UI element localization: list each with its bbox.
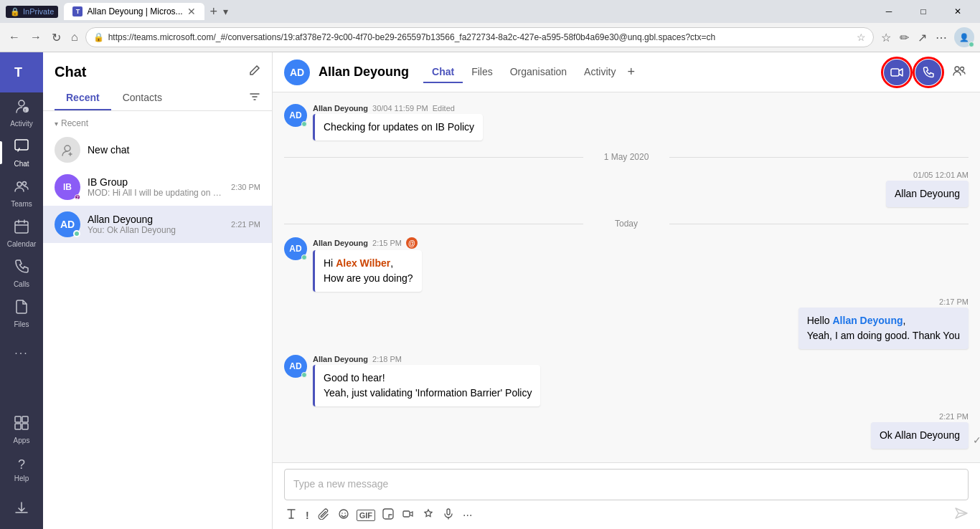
like-button[interactable]: [421, 507, 435, 524]
msg-time-2-18: 2:18 PM: [372, 355, 402, 363]
priority-button[interactable]: !: [304, 508, 311, 523]
sidebar-item-help[interactable]: ? Help: [0, 449, 43, 490]
sidebar-item-calls[interactable]: Calls: [0, 253, 43, 293]
ib-group-name: IB Group: [88, 176, 224, 188]
svg-point-22: [341, 513, 343, 514]
pen-icon[interactable]: ✏: [897, 28, 912, 47]
teams-logo: T: [0, 52, 43, 92]
sidebar-item-files[interactable]: Files: [0, 293, 43, 333]
tab-contacts[interactable]: Contacts: [111, 86, 174, 110]
date-divider-today: Today: [284, 213, 969, 234]
svg-text:T: T: [14, 65, 22, 80]
chat-sidebar: Chat Recent Contacts ▾ Recent: [43, 52, 273, 529]
message-bubble-mention: Hi Alex Wilber,How are you doing?: [313, 250, 422, 292]
home-button[interactable]: ⌂: [68, 28, 81, 47]
forward-button[interactable]: →: [27, 28, 44, 47]
refresh-button[interactable]: ↻: [49, 28, 64, 47]
calendar-icon: [14, 219, 29, 238]
header-tab-chat[interactable]: Chat: [423, 62, 463, 83]
messages-area: AD Allan Deyoung 30/04 11:59 PM Edited C…: [273, 92, 980, 462]
sticker-button[interactable]: [381, 507, 395, 524]
header-tab-files[interactable]: Files: [463, 62, 501, 83]
maximize-button[interactable]: □: [907, 0, 940, 23]
ib-group-item[interactable]: IB 2 IB Group MOD: Hi All I will be upda…: [43, 168, 272, 206]
sidebar-item-download[interactable]: [0, 490, 43, 529]
header-tab-activity[interactable]: Activity: [575, 62, 624, 83]
sidebar-item-apps[interactable]: Apps: [0, 409, 43, 449]
new-chat-item[interactable]: New chat: [43, 131, 272, 168]
browser-chrome: 🔒 InPrivate T Allan Deyoung | Micros... …: [0, 0, 980, 52]
video-call-button[interactable]: [884, 59, 910, 85]
participant-settings-button[interactable]: [950, 61, 969, 83]
input-placeholder: Type a new message: [293, 478, 388, 490]
download-icon: [14, 500, 29, 520]
msg-status-dot-2: [301, 372, 307, 378]
chat-label: Chat: [14, 160, 29, 168]
svg-rect-11: [15, 416, 21, 422]
outgoing-bubble: Allan Deyoung: [886, 181, 969, 207]
date-divider-1may: 1 May 2020: [284, 146, 969, 168]
message-input-box[interactable]: Type a new message: [284, 469, 969, 500]
address-bar[interactable]: 🔒 https://teams.microsoft.com/_#/convers…: [85, 27, 874, 47]
format-button[interactable]: [284, 507, 298, 524]
message-bubble: Checking for updates on IB Policy: [313, 114, 483, 140]
attach-button[interactable]: [316, 507, 331, 524]
edit-chat-button[interactable]: [248, 65, 260, 80]
nav-bottom: Apps ? Help: [0, 409, 43, 529]
message-sender: Allan Deyoung: [313, 104, 368, 113]
message-bubble-2-18: Good to hear!Yeah, just validating 'Info…: [313, 365, 540, 406]
back-button[interactable]: ←: [6, 28, 23, 47]
collection-icon[interactable]: ☆: [878, 28, 894, 47]
sidebar-item-calendar[interactable]: Calendar: [0, 213, 43, 253]
share-icon[interactable]: ↗: [915, 28, 930, 47]
lock-icon: 🔒: [93, 32, 104, 42]
new-tab-button[interactable]: +: [210, 4, 218, 19]
browser-tab[interactable]: T Allan Deyoung | Micros... ✕: [64, 3, 204, 20]
sidebar-item-more[interactable]: ···: [0, 333, 43, 373]
header-tab-organisation[interactable]: Organisation: [501, 62, 575, 83]
audio-button[interactable]: [441, 507, 456, 524]
tab-title: Allan Deyoung | Micros...: [87, 6, 182, 16]
sidebar-item-activity[interactable]: ! Activity: [0, 92, 43, 133]
svg-rect-26: [447, 509, 450, 515]
recent-section-label: ▾ Recent: [43, 111, 272, 131]
message-content-mention: Allan Deyoung 2:15 PM @ Hi Alex Wilber,H…: [313, 237, 422, 292]
filter-button[interactable]: [249, 86, 260, 110]
sidebar-item-teams[interactable]: Teams: [0, 173, 43, 213]
audio-call-button[interactable]: [915, 59, 941, 85]
message-content: Allan Deyoung 30/04 11:59 PM Edited Chec…: [313, 104, 483, 140]
message-row-2-18: AD Allan Deyoung 2:18 PM Good to hear!Ye…: [284, 355, 969, 406]
calendar-label: Calendar: [7, 240, 37, 248]
sidebar-item-chat[interactable]: Chat: [0, 133, 43, 173]
profile-avatar[interactable]: 👤: [954, 27, 974, 47]
tab-menu-button[interactable]: ▾: [223, 6, 228, 17]
svg-rect-4: [15, 140, 28, 150]
tab-close-button[interactable]: ✕: [187, 6, 196, 17]
svg-rect-18: [891, 69, 899, 76]
meeting-button[interactable]: [401, 507, 415, 524]
gif-button[interactable]: GIF: [357, 510, 375, 521]
msg-status-dot: [301, 254, 307, 260]
chat-header: AD Allan Deyoung Chat Files Organisation…: [273, 52, 980, 92]
minimize-button[interactable]: ─: [872, 0, 905, 23]
profile-status-dot: [969, 42, 974, 47]
svg-point-5: [17, 182, 22, 186]
add-tab-button[interactable]: +: [624, 62, 638, 83]
bookmark-icon[interactable]: ☆: [857, 32, 866, 43]
send-button[interactable]: [954, 506, 969, 524]
ib-group-avatar: IB 2: [55, 174, 80, 200]
more-options-button[interactable]: ···: [461, 507, 473, 523]
mention-name: Alex Wilber: [336, 257, 390, 269]
emoji-button[interactable]: [336, 507, 351, 524]
chat-sidebar-header: Chat: [43, 52, 272, 80]
new-chat-avatar: [55, 137, 80, 163]
tab-recent[interactable]: Recent: [55, 86, 111, 110]
avatar-status-dot: [73, 230, 80, 237]
chat-header-tabs: Chat Files Organisation Activity +: [423, 62, 638, 83]
message-meta: Allan Deyoung 30/04 11:59 PM Edited: [313, 104, 483, 113]
svg-point-23: [344, 513, 346, 514]
help-icon: ?: [18, 457, 25, 472]
close-button[interactable]: ✕: [941, 0, 974, 23]
settings-icon[interactable]: ⋯: [933, 28, 950, 47]
allan-deyoung-item[interactable]: AD Allan Deyoung You: Ok Allan Deyoung 2…: [43, 206, 272, 243]
